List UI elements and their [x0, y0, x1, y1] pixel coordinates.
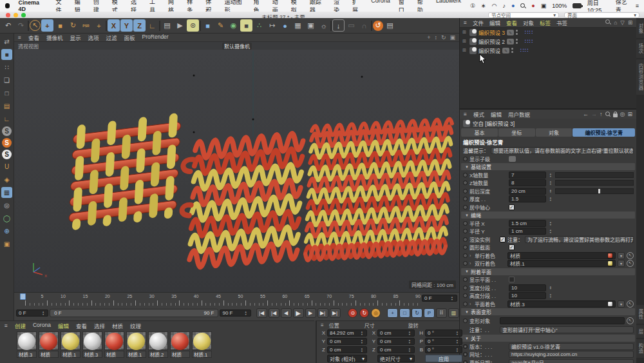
app-status-red-icon[interactable]: ● [531, 3, 535, 9]
undo-icon[interactable]: ↶ [2, 19, 14, 32]
mat-menu-item[interactable]: 纹理 [130, 322, 141, 329]
separator[interactable] [200, 21, 201, 31]
spinner-icon[interactable]: ▴▾ [548, 286, 553, 290]
anim-dot-icon[interactable] [463, 237, 468, 242]
anim-dot-icon[interactable] [463, 189, 468, 193]
size-z-field[interactable]: 0 cm▴▾ [377, 346, 415, 353]
record-keyframe-icon[interactable]: ⊙ [348, 308, 357, 318]
volume-icon[interactable]: ♪ [502, 3, 506, 9]
section-rope[interactable]: ▼编绳 [461, 211, 635, 219]
material-item[interactable]: 材质.3 [17, 331, 37, 358]
axis-mode-icon[interactable]: ∟ [1, 113, 12, 124]
model-mode-icon[interactable]: ■ [1, 49, 12, 60]
pos-y-field[interactable]: 0 cm▴▾ [327, 338, 367, 345]
point-mode-icon[interactable]: □ [1, 88, 12, 99]
render-picture-viewer-icon[interactable]: ▶ [174, 19, 186, 32]
scale-tool-icon[interactable]: ■ [54, 19, 66, 32]
notification-center-icon[interactable]: ≡ [636, 3, 639, 9]
material-item[interactable]: 材质 [104, 331, 124, 358]
parent-up-icon[interactable]: ↑ [600, 111, 603, 117]
om-menu-item[interactable]: 标签 [540, 19, 551, 26]
light-icon[interactable]: ☼ [317, 19, 330, 32]
range-end-field[interactable]: 90 F▴▾ [220, 309, 251, 317]
material-item[interactable]: 材质.1 [192, 331, 212, 358]
node-space-dropdown[interactable]: 节点空间▾ [488, 12, 559, 18]
material-name[interactable]: 材质 [170, 351, 190, 358]
viewport-menu-item[interactable]: 面板 [124, 34, 135, 41]
onepassword-icon[interactable]: ① [470, 3, 475, 9]
deform-object-field[interactable] [500, 317, 625, 324]
move-tool-icon[interactable]: + [41, 19, 53, 32]
side-tab[interactable]: 对象 [636, 19, 644, 38]
polygon-mode-icon[interactable]: ▤ [1, 101, 12, 112]
coord-system-icon[interactable]: ∟ [146, 19, 158, 32]
anim-dot-icon[interactable] [463, 173, 468, 177]
sky-icon[interactable]: ∩ [358, 19, 370, 32]
rotate-tool-icon[interactable]: ↻ [67, 19, 79, 32]
mat-menu-item[interactable]: 查看 [76, 322, 87, 329]
apply-button[interactable]: 应用 [425, 355, 462, 362]
spinner-icon[interactable]: ▴▾ [548, 173, 553, 177]
material-name[interactable]: 材质.1 [61, 351, 80, 358]
am-menu-item[interactable]: 模式 [473, 110, 484, 118]
material-name[interactable]: 材质 [39, 351, 59, 358]
separator[interactable] [28, 21, 29, 31]
side-tab[interactable]: 属性 [636, 305, 644, 324]
chevron-down-icon[interactable]: ▾ [618, 260, 625, 267]
separator[interactable] [106, 21, 107, 31]
show-children-toggle-icon[interactable] [509, 156, 516, 162]
expand-icon[interactable]: ⊞ [462, 30, 468, 35]
material-preview-sphere[interactable] [170, 331, 190, 350]
om-filter-icon[interactable]: ▽ [620, 19, 625, 26]
spinner-icon[interactable]: ▴▾ [548, 221, 553, 226]
tab-basic[interactable]: 基本 [461, 128, 498, 137]
y-axis-lock-icon[interactable]: Y [120, 19, 133, 32]
object-row[interactable]: ⊞ 编织预设 2 ✎ ∷∷ [460, 37, 636, 46]
key-position-icon[interactable]: + [387, 308, 398, 318]
deformer-icon[interactable]: ▦ [292, 19, 304, 32]
show-plane-checkbox[interactable] [509, 277, 515, 282]
anim-dot-icon[interactable] [463, 277, 468, 282]
render-instance-checkbox[interactable]: ✓ [500, 237, 506, 242]
expand-arrow-icon[interactable]: › [469, 261, 473, 266]
pick-object-icon[interactable]: ↖ [627, 260, 634, 267]
material-item[interactable]: 材质.1 [126, 331, 146, 358]
subdivision-surface-icon[interactable]: ◉ [227, 19, 240, 32]
separator[interactable] [371, 21, 372, 31]
snap-grey-icon[interactable]: S [2, 126, 12, 136]
material-item[interactable]: 材质.1 [61, 331, 80, 358]
om-menu-item[interactable]: 查看 [506, 19, 517, 26]
mograph-cloner-icon[interactable]: ∴ [253, 19, 265, 32]
am-hamburger-icon[interactable]: ≡ [464, 111, 467, 117]
side-tab[interactable]: 构造 [636, 339, 644, 358]
workplane-mode-icon[interactable]: ❏ [1, 75, 12, 86]
magnet-icon[interactable]: U [1, 161, 12, 172]
center-axis-checkbox[interactable]: ✓ [509, 204, 515, 210]
om-hamburger-icon[interactable]: ≡ [464, 19, 467, 26]
go-end-icon[interactable]: ▶| [330, 308, 341, 318]
make-editable-icon[interactable]: ⇄ [1, 36, 12, 47]
spinner-icon[interactable]: ▴▾ [548, 293, 553, 298]
range-start-field[interactable]: 0 F▴▾ [16, 309, 48, 317]
minimize-window-button[interactable] [14, 13, 18, 17]
tab-knit-preset[interactable]: 编织预设-徐艺青 [573, 128, 635, 137]
spinner-icon[interactable]: ▴▾ [548, 189, 553, 193]
anim-dot-icon[interactable] [463, 293, 468, 298]
xpresso-tag-icon[interactable]: ∷∷ [525, 29, 533, 35]
side-tab[interactable]: 场次 [636, 39, 644, 58]
radius-y-field[interactable]: 1 cm [509, 228, 546, 235]
texture-box-icon[interactable]: ▣ [1, 239, 12, 250]
mat-menu-item[interactable]: Corona [33, 322, 51, 329]
om-home-icon[interactable]: ⌂ [614, 19, 617, 26]
pick-object-icon[interactable]: ↖ [627, 252, 634, 259]
bluetooth-icon[interactable]: ∗ [481, 3, 486, 9]
expand-icon[interactable]: ⊞ [462, 39, 468, 44]
key-scale-icon[interactable]: □ [399, 308, 410, 318]
mat-menu-item[interactable]: 选择 [94, 322, 105, 329]
history-forward-icon[interactable]: → [591, 111, 597, 117]
coord-plus-icon[interactable]: + [93, 19, 105, 32]
go-start-icon[interactable]: |◀ [256, 308, 267, 318]
section-deform[interactable]: ▼表面变形 [461, 308, 635, 315]
key-pla-icon[interactable]: ⠿ [436, 308, 447, 318]
anim-dot-icon[interactable] [463, 221, 468, 226]
